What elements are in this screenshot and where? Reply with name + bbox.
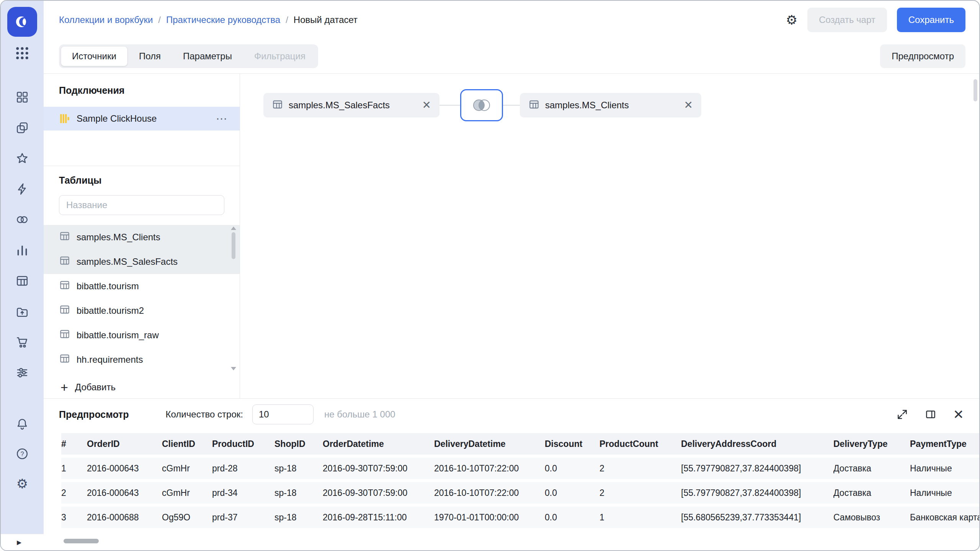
tab-filtering[interactable]: Фильтрация xyxy=(243,46,316,66)
tables-list-scrollbar[interactable] xyxy=(230,227,237,370)
nav-files[interactable] xyxy=(1,296,44,327)
datalens-logo[interactable] xyxy=(7,7,37,37)
tables-list: samples.MS_Clients samples.MS_SalesFacts… xyxy=(44,225,240,372)
connection-more-icon[interactable]: ⋯ xyxy=(216,113,227,124)
column-header: OrderID xyxy=(87,433,162,455)
table-icon xyxy=(528,99,540,112)
horizontal-scrollbar-thumb[interactable] xyxy=(64,539,99,543)
table-list-item[interactable]: samples.MS_Clients xyxy=(44,225,240,249)
tab-parameters[interactable]: Параметры xyxy=(172,46,243,66)
cell: Og59O xyxy=(162,507,212,528)
nav-service-settings[interactable] xyxy=(1,357,44,388)
two-circles-icon xyxy=(15,213,29,227)
datalens-logo-icon xyxy=(13,13,31,31)
source-table-node[interactable]: samples.MS_SalesFacts ✕ xyxy=(263,93,439,117)
row-count-input[interactable] xyxy=(252,404,314,424)
nav-collections[interactable] xyxy=(1,112,44,143)
scrollbar-thumb[interactable] xyxy=(232,232,235,259)
add-table-button[interactable]: + Добавить xyxy=(44,377,240,398)
table-icon xyxy=(59,328,70,342)
gear-icon: ⚙ xyxy=(16,477,28,490)
clickhouse-icon xyxy=(59,113,70,124)
split-panel-icon[interactable] xyxy=(925,409,936,420)
connections-panel: Подключения Sample ClickHouse xyxy=(44,74,240,398)
nav-charts[interactable] xyxy=(1,235,44,266)
preview-toggle-button[interactable]: Предпросмотр xyxy=(880,44,965,68)
scroll-up-icon[interactable] xyxy=(231,227,236,230)
services-grid-icon[interactable] xyxy=(15,46,29,60)
breadcrumb-collections[interactable]: Коллекции и воркбуки xyxy=(59,15,153,25)
cell: 3 xyxy=(61,507,87,528)
cell: prd-37 xyxy=(212,507,274,528)
cell: 1 xyxy=(61,458,87,479)
table-icon xyxy=(59,304,70,318)
column-header: DeliveryDatetime xyxy=(434,433,545,455)
cell: 2 xyxy=(61,482,87,504)
nav-tables[interactable] xyxy=(1,266,44,296)
preview-actions: ✕ xyxy=(897,408,964,421)
nav-datasets[interactable] xyxy=(1,204,44,235)
remove-table-icon[interactable]: ✕ xyxy=(422,100,431,111)
cell: 0.0 xyxy=(545,458,599,479)
sources-content: Подключения Sample ClickHouse xyxy=(44,73,979,398)
star-icon xyxy=(15,152,29,165)
cart-icon xyxy=(15,335,29,349)
canvas-scrollbar-thumb[interactable] xyxy=(973,79,977,101)
breadcrumb-guides[interactable]: Практические руководства xyxy=(166,15,280,25)
main-column: Коллекции и воркбуки / Практические руко… xyxy=(44,1,979,550)
rail-navigation xyxy=(1,82,44,388)
connection-item[interactable]: Sample ClickHouse ⋯ xyxy=(44,107,240,130)
header-actions: ⚙ Создать чарт Сохранить xyxy=(786,8,965,32)
nav-dashboards[interactable] xyxy=(1,82,44,112)
cell: sp-18 xyxy=(274,458,323,479)
close-preview-icon[interactable]: ✕ xyxy=(953,408,964,421)
cell: Доставка xyxy=(833,458,910,479)
tab-bar: Источники Поля Параметры Фильтрация Пред… xyxy=(44,39,979,73)
table-name: hh.requirements xyxy=(77,354,143,365)
cell: cGmHr xyxy=(162,458,212,479)
settings-button[interactable]: ⚙ xyxy=(1,469,44,499)
tab-sources[interactable]: Источники xyxy=(61,46,127,66)
table-list-item[interactable]: bibattle.tourism_raw xyxy=(44,323,240,347)
create-chart-button[interactable]: Создать чарт xyxy=(807,8,887,32)
dataset-tabs: Источники Поля Параметры Фильтрация xyxy=(59,44,318,68)
expand-panel-icon[interactable]: ▸ xyxy=(17,538,21,547)
app-window: ? ⚙ ▸ Коллекции и воркбуки / Практически… xyxy=(0,0,980,551)
rail-collapse-strip: ▸ xyxy=(1,534,44,550)
preview-table-container: # OrderID ClientID ProductID ShopID Orde… xyxy=(44,430,979,534)
lightning-icon xyxy=(15,182,29,196)
table-list-item[interactable]: bibattle.tourism xyxy=(44,274,240,298)
join-canvas[interactable]: samples.MS_SalesFacts ✕ samples xyxy=(240,74,979,398)
table-row: 2 2016-000643 cGmHr prd-34 sp-18 2016-09… xyxy=(61,482,979,504)
cell: Банковская карта xyxy=(910,507,979,528)
cell: 2016-000688 xyxy=(87,507,162,528)
table-search-input[interactable] xyxy=(59,195,224,215)
preview-horizontal-scrollbar[interactable] xyxy=(44,534,979,550)
cell: 2 xyxy=(599,482,681,504)
remove-table-icon[interactable]: ✕ xyxy=(684,100,693,111)
table-icon xyxy=(59,230,70,244)
dataset-settings-gear-icon[interactable]: ⚙ xyxy=(786,13,797,26)
column-header: Discount xyxy=(545,433,599,455)
tab-fields[interactable]: Поля xyxy=(128,46,172,66)
table-list-item[interactable]: samples.MS_SalesFacts xyxy=(44,249,240,274)
table-list-item[interactable]: hh.requirements xyxy=(44,347,240,372)
table-name: bibattle.tourism xyxy=(77,281,139,292)
save-button[interactable]: Сохранить xyxy=(897,8,965,32)
column-header: ClientID xyxy=(162,433,212,455)
expand-preview-icon[interactable] xyxy=(897,409,908,420)
help-button[interactable]: ? xyxy=(1,439,44,469)
svg-text:?: ? xyxy=(20,450,24,457)
scroll-down-icon[interactable] xyxy=(231,367,236,370)
joined-table-node[interactable]: samples.MS_Clients ✕ xyxy=(520,93,701,117)
cell: 1970-01-01T00:00:00 xyxy=(434,507,545,528)
nav-marketplace[interactable] xyxy=(1,327,44,357)
nav-connections[interactable] xyxy=(1,174,44,204)
cell: sp-18 xyxy=(274,482,323,504)
notifications-button[interactable] xyxy=(1,409,44,439)
cell: Наличные xyxy=(910,458,979,479)
cell: [55.797790827,37.824400398] xyxy=(681,482,833,504)
join-type-button[interactable] xyxy=(460,89,503,121)
table-list-item[interactable]: bibattle.tourism2 xyxy=(44,298,240,323)
nav-favorites[interactable] xyxy=(1,143,44,174)
